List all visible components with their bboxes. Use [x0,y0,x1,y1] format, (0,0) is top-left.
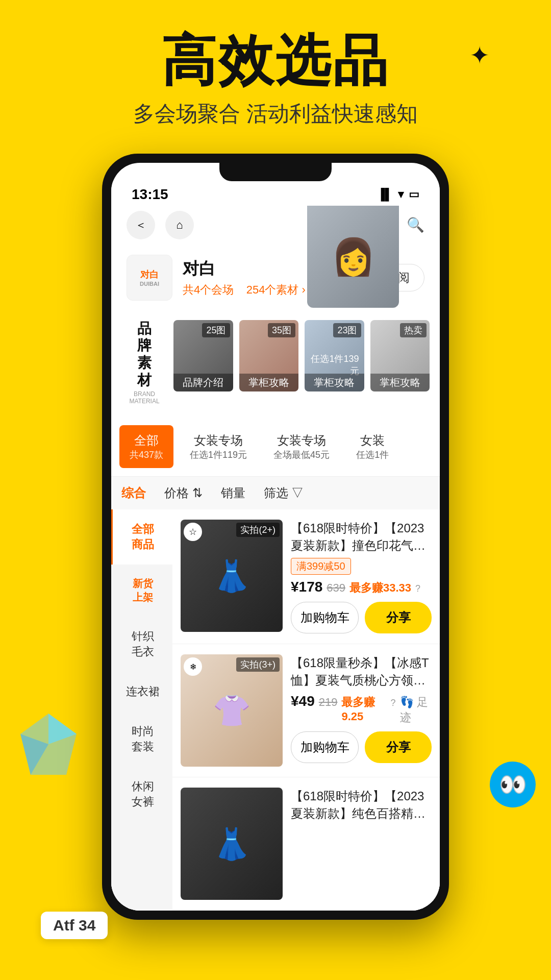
phone-screen: 13:15 ▐▌ ▾ ▭ ＜ ⌂ 👩 👂 🔍 [111,163,440,911]
materials-label-en: BRAND MATERIAL [121,390,167,405]
add-cart-button-1[interactable]: 加购物车 [291,731,359,763]
filter-tab-1[interactable]: 女装专场 任选1件119元 [180,425,257,468]
material-item-3[interactable]: 热卖 掌柜攻略 [370,320,430,391]
share-button-1[interactable]: 分享 [365,731,432,763]
home-button[interactable]: ⌂ [165,211,194,239]
nav-bar: ＜ ⌂ 👩 👂 🔍 [111,206,440,244]
banner-subtitle: 多会场聚合 活动利益快速感知 [20,100,531,128]
battery-icon: ▭ [409,188,419,201]
status-bar: 13:15 ▐▌ ▾ ▭ [111,181,440,206]
filter-tab-1-sub: 任选1件119元 [190,449,247,461]
add-cart-button-0[interactable]: 加购物车 [291,602,359,633]
materials-label-text: 品牌素材 [137,320,152,388]
product-image-1[interactable]: 👚 实拍(3+) ❄ [181,654,283,767]
cat-pants[interactable]: 休闲女裤 [111,767,172,822]
filter-tab-2-sub: 全场最低45元 [273,449,330,461]
sort-comprehensive[interactable]: 综合 [121,485,146,501]
brand-logo-en: DUIBAI [140,281,159,287]
material-label-2: 掌柜攻略 [305,374,364,391]
product-card-0: 👗 实拍(2+) ☆ 【618限时特价】【2023夏装新款】撞色印花气质开...… [172,509,440,644]
product-earn-1: 最多赚9.25 [341,695,386,723]
product-price-row-1: ¥49 219 最多赚9.25 ? 👣 足迹 [291,693,432,725]
product-card-2: 👗 【618限时特价】【2023夏装新款】纯色百搭精棉U... [172,777,440,911]
material-item-0[interactable]: 25图 品牌介绍 [173,320,233,391]
footprint-icon[interactable]: 👣 足迹 [400,695,432,725]
product-actions-1: 加购物车 分享 [291,731,432,763]
materials-label: 品牌素材 BRAND MATERIAL [121,320,167,405]
product-title-2: 【618限时特价】【2023夏装新款】纯色百搭精棉U... [291,788,432,822]
product-info-0: 【618限时特价】【2023夏装新款】撞色印花气质开... 满399减50 ¥1… [291,520,432,633]
cat-fashion[interactable]: 时尚套装 [111,712,172,767]
product-img-icon-0: ☆ [184,523,202,541]
brand-logo-cn: 对白 [140,268,159,281]
back-button[interactable]: ＜ [127,211,155,239]
status-time: 13:15 [132,186,168,203]
product-actions-0: 加购物车 分享 [291,602,432,633]
material-item-1[interactable]: 35图 掌柜攻略 [239,320,299,391]
search-icon[interactable]: 🔍 [407,216,424,233]
product-title-0: 【618限时特价】【2023夏装新款】撞色印花气质开... [291,520,432,554]
materials-grid: 品牌素材 BRAND MATERIAL 25图 品牌介绍 35图 掌柜攻略 [121,320,430,405]
material-label-1: 掌柜攻略 [239,374,299,391]
brand-venues: 共4个会场 [183,283,234,296]
phone-wrapper: 👀 13:15 ▐▌ ▾ ▭ ＜ ⌂ [0,143,551,920]
product-img-icon-1: ❄ [184,657,202,676]
product-price-0: ¥178 [291,579,322,595]
sort-price[interactable]: 价格 ⇅ [164,485,203,501]
material-badge-1: 35图 [268,323,295,337]
filter-tab-3[interactable]: 女装 任选1件 [346,425,399,468]
product-img-badge-0: 实拍(2+) [236,523,280,537]
product-info-2: 【618限时特价】【2023夏装新款】纯色百搭精棉U... [291,788,432,900]
material-label-3: 掌柜攻略 [370,374,430,391]
signal-icon: ▐▌ [377,188,393,201]
filter-tab-3-label: 女装 [356,432,389,449]
brand-logo: 对白 DUIBAI [127,255,172,301]
product-info-1: 【618限量秒杀】【冰感T恤】夏装气质桃心方领纯... ¥49 219 最多赚9… [291,654,432,767]
content-area: 全部商品 新货上架 针织毛衣 连衣裙 时尚套装 休闲女裤 👗 [111,509,440,911]
product-earn-0: 最多赚33.33 [349,580,411,596]
cat-knit[interactable]: 针织毛衣 [111,617,172,672]
filter-tab-all[interactable]: 全部 共437款 [119,425,173,468]
product-title-1: 【618限量秒杀】【冰感T恤】夏装气质桃心方领纯... [291,654,432,689]
material-label-0: 品牌介绍 [173,374,233,391]
product-list: 👗 实拍(2+) ☆ 【618限时特价】【2023夏装新款】撞色印花气质开...… [172,509,440,911]
phone-mockup: 13:15 ▐▌ ▾ ▭ ＜ ⌂ 👩 👂 🔍 [102,154,449,920]
product-tag-0: 满399减50 [291,558,351,575]
mascot-decoration: 👀 [490,762,536,807]
hero-image: 👩 [307,206,399,308]
filter-tab-2-label: 女装专场 [273,432,330,449]
diamond-decoration [20,714,77,777]
sort-sales[interactable]: 销量 [221,485,245,501]
material-badge-3: 热卖 [400,323,427,337]
category-sidebar: 全部商品 新货上架 针织毛衣 连衣裙 时尚套装 休闲女裤 [111,509,172,911]
product-orig-price-1: 219 [319,696,338,709]
atf-badge: Atf 34 [41,912,108,939]
product-earn-help-1[interactable]: ? [391,698,396,708]
banner-area: 高效选品 多会场聚合 活动利益快速感知 ✦ [0,0,551,143]
cat-new[interactable]: 新货上架 [111,565,172,617]
product-image-2[interactable]: 👗 [181,788,283,900]
filter-tab-all-label: 全部 [130,432,163,449]
filter-tab-1-label: 女装专场 [190,432,247,449]
sparkle-icon: ✦ [469,41,490,69]
materials-section: 品牌素材 BRAND MATERIAL 25图 品牌介绍 35图 掌柜攻略 [111,312,440,413]
product-earn-help-0[interactable]: ? [415,583,420,594]
share-button-0[interactable]: 分享 [365,602,432,633]
cat-dress[interactable]: 连衣裙 [111,672,172,712]
material-item-2[interactable]: 23图 任选1件139元 掌柜攻略 [305,320,364,391]
product-card-1: 👚 实拍(3+) ❄ 【618限量秒杀】【冰感T恤】夏装气质桃心方领纯... ¥… [172,644,440,777]
phone-notch [219,163,332,181]
banner-title: 高效选品 [20,31,531,91]
status-icons: ▐▌ ▾ ▭ [377,188,419,201]
product-orig-price-0: 639 [327,581,345,595]
product-image-0[interactable]: 👗 实拍(2+) ☆ [181,520,283,632]
material-badge-2: 23图 [333,323,361,337]
material-badge-0: 25图 [202,323,230,337]
filter-tabs: 全部 共437款 女装专场 任选1件119元 女装专场 全场最低45元 女装 任… [111,417,440,476]
filter-tab-2[interactable]: 女装专场 全场最低45元 [263,425,340,468]
page-container: 高效选品 多会场聚合 活动利益快速感知 ✦ 👀 13:15 [0,0,551,920]
sort-filter[interactable]: 筛选 ▽ [264,485,304,501]
product-price-row-0: ¥178 639 最多赚33.33 ? [291,579,432,596]
brand-materials[interactable]: 254个素材 › [246,283,306,296]
cat-all[interactable]: 全部商品 [111,509,172,565]
